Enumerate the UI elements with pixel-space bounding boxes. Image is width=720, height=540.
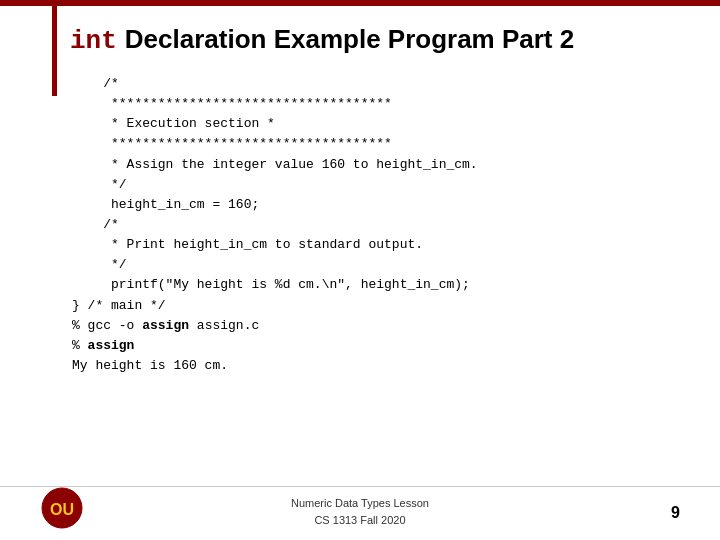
left-accent-bar xyxy=(52,6,57,96)
page-number: 9 xyxy=(671,504,680,522)
slide-header: int Declaration Example Program Part 2 xyxy=(0,6,720,66)
code-line-1: /* xyxy=(72,76,119,91)
code-line-7: height_in_cm = 160; xyxy=(72,197,259,212)
slide: int Declaration Example Program Part 2 /… xyxy=(0,0,720,540)
code-block: /* ************************************ … xyxy=(72,74,660,376)
code-line-10: */ xyxy=(72,257,127,272)
code-line-3: * Execution section * xyxy=(72,116,275,131)
course-name: Numeric Data Types Lesson xyxy=(291,495,429,512)
svg-text:OU: OU xyxy=(50,501,74,518)
code-line-5: * Assign the integer value 160 to height… xyxy=(72,157,478,172)
code-line-8: /* xyxy=(72,217,119,232)
code-line-14: % assign xyxy=(72,338,134,353)
code-line-15: My height is 160 cm. xyxy=(72,358,228,373)
code-line-2: ************************************ xyxy=(72,96,392,111)
code-line-9: * Print height_in_cm to standard output. xyxy=(72,237,423,252)
slide-footer: OU Numeric Data Types Lesson CS 1313 Fal… xyxy=(0,486,720,540)
footer-text: Numeric Data Types Lesson CS 1313 Fall 2… xyxy=(291,495,429,528)
slide-content: /* ************************************ … xyxy=(0,66,720,486)
code-line-4: ************************************ xyxy=(72,136,392,151)
course-code: CS 1313 Fall 2020 xyxy=(291,512,429,529)
ou-logo: OU xyxy=(40,486,84,530)
title-normal-part: Declaration Example Program Part 2 xyxy=(125,24,574,55)
title-mono-part: int xyxy=(70,26,117,56)
code-line-11: printf("My height is %d cm.\n", height_i… xyxy=(72,277,470,292)
code-line-13: % gcc -o assign assign.c xyxy=(72,318,259,333)
code-line-12: } /* main */ xyxy=(72,298,166,313)
code-line-6: */ xyxy=(72,177,127,192)
